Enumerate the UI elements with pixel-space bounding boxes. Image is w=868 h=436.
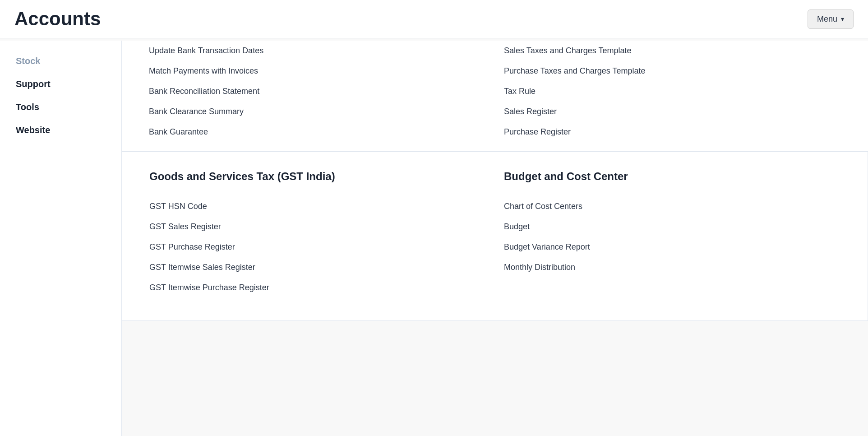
sidebar-item-support[interactable]: Support	[0, 73, 121, 96]
link-chart-of-cost-centers[interactable]: Chart of Cost Centers	[504, 196, 840, 217]
link-update-bank-transaction-dates[interactable]: Update Bank Transaction Dates	[149, 41, 486, 61]
link-sales-register[interactable]: Sales Register	[504, 102, 841, 122]
top-partial-left-col: Update Bank Transaction Dates Match Paym…	[149, 41, 486, 142]
app-title: Accounts	[14, 8, 101, 30]
link-budget[interactable]: Budget	[504, 217, 840, 237]
link-gst-hsn-code[interactable]: GST HSN Code	[149, 196, 486, 217]
top-partial-section: Update Bank Transaction Dates Match Paym…	[122, 41, 868, 152]
layout: Stock Support Tools Website Update Bank …	[0, 0, 868, 436]
top-partial-row: Update Bank Transaction Dates Match Paym…	[149, 41, 841, 142]
sidebar-item-website[interactable]: Website	[0, 119, 121, 142]
link-budget-variance-report[interactable]: Budget Variance Report	[504, 237, 840, 257]
gst-budget-grid: Goods and Services Tax (GST India) GST H…	[149, 170, 840, 298]
sidebar-item-tools[interactable]: Tools	[0, 96, 121, 119]
link-bank-clearance-summary[interactable]: Bank Clearance Summary	[149, 102, 486, 122]
link-monthly-distribution[interactable]: Monthly Distribution	[504, 257, 840, 278]
link-purchase-taxes-charges-template[interactable]: Purchase Taxes and Charges Template	[504, 61, 841, 81]
link-bank-guarantee[interactable]: Bank Guarantee	[149, 122, 486, 142]
app-header: Accounts Menu	[0, 0, 868, 38]
link-gst-purchase-register[interactable]: GST Purchase Register	[149, 237, 486, 257]
top-partial-right-col: Sales Taxes and Charges Template Purchas…	[504, 41, 841, 142]
sidebar: Stock Support Tools Website	[0, 41, 122, 436]
link-match-payments-with-invoices[interactable]: Match Payments with Invoices	[149, 61, 486, 81]
link-gst-sales-register[interactable]: GST Sales Register	[149, 217, 486, 237]
main-content: Update Bank Transaction Dates Match Paym…	[122, 41, 868, 436]
gst-budget-section: Goods and Services Tax (GST India) GST H…	[122, 152, 868, 321]
budget-cost-center-column: Budget and Cost Center Chart of Cost Cen…	[504, 170, 840, 298]
gst-india-column: Goods and Services Tax (GST India) GST H…	[149, 170, 486, 298]
link-gst-itemwise-sales-register[interactable]: GST Itemwise Sales Register	[149, 257, 486, 278]
gst-india-heading: Goods and Services Tax (GST India)	[149, 170, 486, 183]
link-purchase-register[interactable]: Purchase Register	[504, 122, 841, 142]
menu-button[interactable]: Menu	[808, 9, 854, 29]
budget-cost-center-heading: Budget and Cost Center	[504, 170, 840, 183]
sidebar-item-stock[interactable]: Stock	[0, 50, 121, 73]
link-sales-taxes-charges-template[interactable]: Sales Taxes and Charges Template	[504, 41, 841, 61]
link-bank-reconciliation-statement[interactable]: Bank Reconciliation Statement	[149, 81, 486, 102]
link-tax-rule[interactable]: Tax Rule	[504, 81, 841, 102]
link-gst-itemwise-purchase-register[interactable]: GST Itemwise Purchase Register	[149, 278, 486, 298]
